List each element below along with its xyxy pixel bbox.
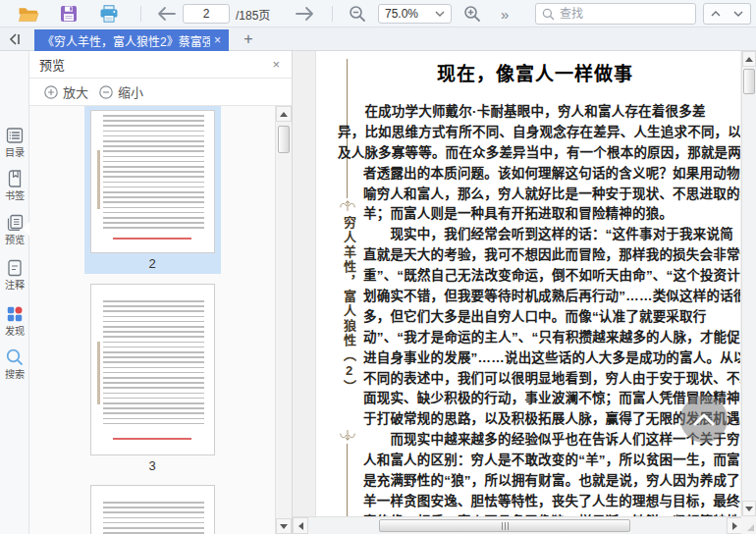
text-line: 异，比如思维方式有所不同、自身观念存在差异、人生追求不同，以 [338, 123, 734, 143]
thumbnail-block: 3 [29, 284, 275, 476]
text-line: 不同的表述中，我们可以很明显地看到，穷人由于安于现状、不敢直 [363, 369, 734, 390]
sidebar-item-bookmarks[interactable]: 书签 [0, 169, 29, 210]
scroll-up-button[interactable] [742, 51, 756, 67]
document-page[interactable]: 现在，像富人一样做事 穷人羊性，富人狼性（2） 在成功学大师戴尔·卡耐基眼中，穷… [315, 51, 740, 516]
flourish-ornament-top [339, 198, 356, 213]
text-line: 划确实不错，但我要等待时机成熟后再行动”……类似这样的话很 [363, 287, 734, 307]
book-vertical-title: 穷人羊性，富人狼性（2） [341, 216, 356, 426]
chevron-left-bar-icon [8, 32, 22, 46]
toc-icon [5, 126, 25, 145]
zoom-level-dropdown[interactable]: 75.0% [378, 4, 452, 24]
scroll-down-button[interactable] [276, 518, 292, 534]
scrollbar-thumb[interactable] [743, 69, 755, 94]
chevron-up-icon [693, 413, 715, 426]
text-line: 喻穷人和富人，那么，穷人就好比是一种安于现状、不思进取的绵 [363, 185, 734, 205]
flourish-ornament-bottom [339, 428, 356, 443]
open-file-button[interactable] [16, 0, 41, 27]
save-button[interactable] [58, 0, 80, 27]
thumbnail-scrollbar[interactable] [275, 106, 292, 534]
printer-icon [99, 5, 119, 23]
sidebar-item-label: 注释 [5, 279, 25, 290]
thumbnail-block: 4 [29, 485, 275, 534]
zoom-out-button[interactable] [346, 0, 369, 27]
vertical-scrollbar[interactable] [741, 51, 756, 516]
thumb-text-lines [103, 300, 204, 427]
zoom-in-circle-icon[interactable] [43, 84, 59, 100]
chevron-down-icon [435, 11, 445, 17]
preview-panel-close-icon[interactable]: × [272, 57, 280, 72]
text-line: 动”、“我才是命运的主人”、“只有积攒越来越多的人脉，才能促 [363, 328, 734, 348]
sidebar-item-label: 发现 [5, 325, 25, 336]
toolbar-separator [140, 6, 141, 22]
zoom-out-circle-icon[interactable] [98, 84, 114, 100]
resize-corner [741, 516, 756, 534]
tab-close-icon[interactable]: × [214, 33, 221, 47]
find-next-button[interactable] [727, 3, 751, 25]
thumbnail-page-4[interactable] [90, 485, 215, 534]
active-panel-notch [23, 222, 29, 236]
horizontal-scrollbar[interactable] [293, 516, 742, 534]
scrollbar-thumb[interactable] [278, 126, 290, 153]
back-to-top-button[interactable] [680, 396, 728, 443]
scrollbar-thumb[interactable] [379, 519, 630, 532]
thumb-vertical-title [97, 150, 100, 209]
print-button[interactable] [97, 0, 121, 27]
sidebar-item-label: 预览 [5, 234, 25, 244]
more-tools-button[interactable]: » [501, 0, 509, 27]
navigation-sidebar: 目录 书签 预览 注释 发现 [0, 51, 29, 534]
thumbnail-page-3[interactable] [90, 284, 215, 455]
search-icon [5, 347, 25, 367]
thumb-zoom-out-button[interactable]: 缩小 [118, 82, 143, 101]
main-toolbar: /185页 75.0% » [0, 0, 756, 27]
bookmark-icon [5, 169, 25, 188]
thumbnail-page-2[interactable] [90, 110, 215, 253]
previous-page-button[interactable] [154, 0, 180, 27]
scroll-tabs-left-button[interactable] [8, 32, 24, 46]
scroll-down-button[interactable] [742, 501, 756, 516]
scroll-right-button[interactable] [727, 517, 742, 534]
document-tab-active[interactable]: 《穷人羊性，富人狼性2》蔡富强 × [34, 29, 229, 51]
tab-title: 《穷人羊性，富人狼性2》蔡富强 [42, 32, 210, 49]
floppy-save-icon [60, 5, 78, 23]
thumb-text-lines [103, 115, 204, 229]
find-input[interactable] [560, 7, 689, 21]
search-icon [542, 8, 555, 21]
tab-bar: 《穷人羊性，富人狼性2》蔡富强 × + [0, 27, 756, 51]
text-line: 是充满野性的“狼”，所以拥有财富。也就是说，穷人因为养成了像 [363, 471, 734, 492]
text-line: 多，但它们大多是出自穷人口中。而像“认准了就要采取行 [363, 307, 734, 328]
body-text: 在成功学大师戴尔·卡耐基眼中，穷人和富人存在着很多差 异，比如思维方式有所不同、… [363, 102, 734, 516]
chevron-up-icon [711, 11, 721, 17]
page-total-label: /185页 [236, 0, 270, 27]
sidebar-item-annotations[interactable]: 注释 [0, 258, 29, 299]
thumb-zoom-in-button[interactable]: 放大 [63, 82, 88, 101]
text-line: 而现实中越来越多的经验似乎也在告诉人们这样一个关于穷 [363, 430, 734, 451]
sidebar-item-search[interactable]: 搜索 [0, 347, 29, 389]
text-line: 进自身事业的发展”……说出这些话的人大多是成功的富人。从以上 [363, 348, 734, 369]
thumb-watermark-line [113, 438, 191, 440]
sidebar-item-toc[interactable]: 目录 [0, 126, 29, 167]
thumb-vertical-title [97, 342, 100, 404]
page-number-input[interactable] [183, 4, 230, 24]
text-line: 直就是天大的考验，我可不想因此而冒险，那样我的损失会非常惨 [363, 245, 734, 266]
document-viewport: 现在，像富人一样做事 穷人羊性，富人狼性（2） 在成功学大师戴尔·卡耐基眼中，穷… [292, 51, 756, 534]
thumbnail-page-number: 2 [84, 253, 221, 274]
preview-panel-title: 预览 [39, 55, 272, 74]
find-searchbox[interactable] [535, 3, 696, 25]
next-page-button[interactable] [292, 0, 317, 27]
discover-icon [5, 304, 25, 324]
magnifier-minus-icon [349, 5, 366, 23]
new-tab-button[interactable]: + [239, 27, 258, 51]
preview-pages-icon [5, 213, 25, 233]
sidebar-item-discover[interactable]: 发现 [0, 304, 29, 346]
zoom-in-button[interactable] [460, 0, 484, 27]
scroll-up-button[interactable] [276, 106, 292, 122]
thumb-text-lines [103, 502, 204, 534]
find-previous-button[interactable] [703, 3, 728, 25]
sidebar-item-label: 目录 [5, 146, 25, 157]
zoom-level-value: 75.0% [385, 7, 418, 21]
toolbar-separator [332, 6, 333, 22]
scroll-left-button[interactable] [293, 517, 308, 534]
thumbnail-list: 2 3 4 [29, 106, 275, 534]
magnifier-plus-icon [463, 5, 481, 23]
chevron-down-icon [733, 11, 743, 17]
